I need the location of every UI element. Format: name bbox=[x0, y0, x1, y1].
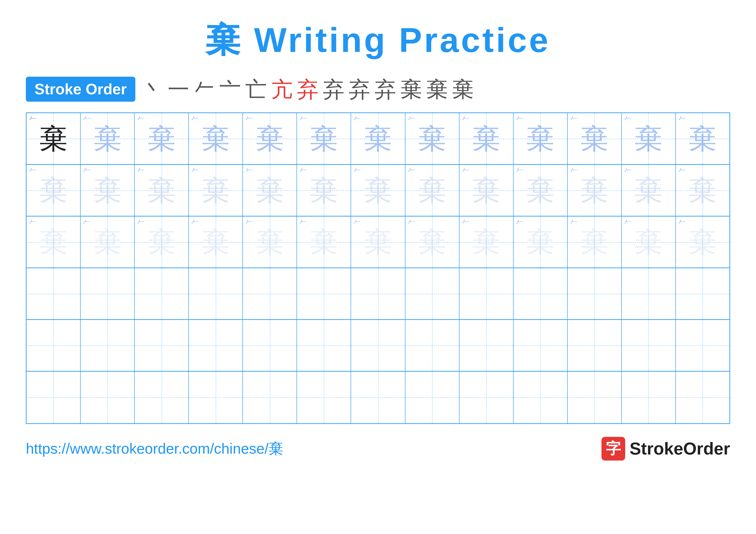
grid-cell-2-10[interactable]: 𠂉 棄 bbox=[514, 165, 568, 216]
grid-cell-5-13[interactable] bbox=[676, 320, 729, 371]
grid-cell-1-9[interactable]: 𠂉 棄 bbox=[459, 113, 514, 164]
grid-cell-6-2[interactable] bbox=[81, 371, 135, 423]
grid-cell-3-10[interactable]: 𠂉 棄 bbox=[514, 216, 568, 267]
grid-cell-2-7[interactable]: 𠂉 棄 bbox=[351, 165, 405, 216]
grid-cell-4-8[interactable] bbox=[405, 268, 459, 319]
stroke-step-13: 棄 bbox=[452, 78, 474, 100]
grid-cell-3-9[interactable]: 𠂉 棄 bbox=[459, 216, 514, 267]
title-text: Writing Practice bbox=[242, 21, 551, 59]
grid-cell-4-4[interactable] bbox=[189, 268, 243, 319]
title-char: 棄 bbox=[205, 21, 242, 59]
grid-cell-3-7[interactable]: 𠂉 棄 bbox=[351, 216, 405, 267]
stroke-step-3: 𠂉 bbox=[194, 78, 215, 100]
grid-cell-5-1[interactable] bbox=[27, 320, 81, 371]
grid-cell-5-10[interactable] bbox=[514, 320, 568, 371]
grid-cell-4-3[interactable] bbox=[135, 268, 189, 319]
grid-cell-2-5[interactable]: 𠂉 棄 bbox=[243, 165, 297, 216]
grid-cell-3-6[interactable]: 𠂉 棄 bbox=[297, 216, 351, 267]
grid-cell-4-7[interactable] bbox=[351, 268, 405, 319]
grid-cell-5-2[interactable] bbox=[81, 320, 135, 371]
grid-cell-1-10[interactable]: 𠂉 棄 bbox=[514, 113, 568, 164]
stroke-step-9: 弃 bbox=[349, 78, 370, 100]
grid-cell-4-5[interactable] bbox=[243, 268, 297, 319]
grid-cell-4-9[interactable] bbox=[459, 268, 514, 319]
grid-cell-6-4[interactable] bbox=[189, 371, 243, 423]
grid-cell-6-9[interactable] bbox=[459, 371, 514, 423]
grid-cell-6-1[interactable] bbox=[27, 371, 81, 423]
grid-cell-5-8[interactable] bbox=[405, 320, 459, 371]
page: 棄 Writing Practice Stroke Order 丶 一 𠂉 亠 … bbox=[0, 0, 756, 534]
grid-cell-3-3[interactable]: 𠂉 棄 bbox=[135, 216, 189, 267]
grid-cell-1-12[interactable]: 𠂉 棄 bbox=[622, 113, 676, 164]
grid-cell-4-13[interactable] bbox=[676, 268, 729, 319]
footer-url[interactable]: https://www.strokeorder.com/chinese/棄 bbox=[26, 439, 283, 459]
grid-cell-2-12[interactable]: 𠂉 棄 bbox=[622, 165, 676, 216]
stroke-step-11: 棄 bbox=[400, 78, 422, 100]
stroke-order-row: Stroke Order 丶 一 𠂉 亠 亡 亢 弃 弃 弃 弃 棄 棄 棄 bbox=[26, 77, 730, 102]
grid-cell-3-13[interactable]: 𠂉 棄 bbox=[676, 216, 729, 267]
grid-cell-3-11[interactable]: 𠂉 棄 bbox=[568, 216, 622, 267]
grid-cell-4-12[interactable] bbox=[622, 268, 676, 319]
grid-row-3: 𠂉 棄 𠂉 棄 𠂉 棄 𠂉 棄 bbox=[27, 216, 729, 268]
grid-cell-1-13[interactable]: 𠂉 棄 bbox=[676, 113, 729, 164]
stroke-step-2: 一 bbox=[168, 78, 189, 100]
stroke-step-5: 亡 bbox=[245, 78, 267, 100]
grid-cell-5-12[interactable] bbox=[622, 320, 676, 371]
grid-cell-4-11[interactable] bbox=[568, 268, 622, 319]
grid-cell-2-2[interactable]: 𠂉 棄 bbox=[81, 165, 135, 216]
grid-cell-6-7[interactable] bbox=[351, 371, 405, 423]
grid-cell-2-3[interactable]: 𠂉 棄 bbox=[135, 165, 189, 216]
grid-cell-1-1[interactable]: 𠂉 棄 bbox=[27, 113, 81, 164]
grid-cell-2-4[interactable]: 𠂉 棄 bbox=[189, 165, 243, 216]
grid-row-5 bbox=[27, 320, 729, 371]
grid-cell-6-3[interactable] bbox=[135, 371, 189, 423]
stroke-step-10: 弃 bbox=[375, 78, 396, 100]
grid-cell-2-8[interactable]: 𠂉 棄 bbox=[405, 165, 459, 216]
grid-cell-1-8[interactable]: 𠂉 棄 bbox=[405, 113, 459, 164]
grid-cell-5-5[interactable] bbox=[243, 320, 297, 371]
grid-cell-6-13[interactable] bbox=[676, 371, 729, 423]
grid-cell-1-5[interactable]: 𠂉 棄 bbox=[243, 113, 297, 164]
grid-cell-2-13[interactable]: 𠂉 棄 bbox=[676, 165, 729, 216]
grid-row-2: 𠂉 棄 𠂉 棄 𠂉 棄 𠂉 棄 bbox=[27, 165, 729, 216]
grid-cell-4-10[interactable] bbox=[514, 268, 568, 319]
grid-cell-4-6[interactable] bbox=[297, 268, 351, 319]
grid-cell-4-1[interactable] bbox=[27, 268, 81, 319]
grid-cell-5-9[interactable] bbox=[459, 320, 514, 371]
practice-grid: 𠂉 棄 𠂉 棄 𠂉 棄 𠂉 棄 bbox=[26, 113, 730, 424]
grid-cell-3-1[interactable]: 𠂉 棄 bbox=[27, 216, 81, 267]
grid-cell-6-11[interactable] bbox=[568, 371, 622, 423]
grid-cell-5-7[interactable] bbox=[351, 320, 405, 371]
logo-text: StrokeOrder bbox=[630, 439, 730, 459]
grid-cell-6-12[interactable] bbox=[622, 371, 676, 423]
grid-cell-3-4[interactable]: 𠂉 棄 bbox=[189, 216, 243, 267]
grid-cell-1-4[interactable]: 𠂉 棄 bbox=[189, 113, 243, 164]
grid-cell-1-2[interactable]: 𠂉 棄 bbox=[81, 113, 135, 164]
grid-cell-6-10[interactable] bbox=[514, 371, 568, 423]
grid-cell-3-2[interactable]: 𠂉 棄 bbox=[81, 216, 135, 267]
grid-cell-2-11[interactable]: 𠂉 棄 bbox=[568, 165, 622, 216]
stroke-step-4: 亠 bbox=[219, 78, 241, 100]
grid-cell-6-6[interactable] bbox=[297, 371, 351, 423]
grid-cell-3-12[interactable]: 𠂉 棄 bbox=[622, 216, 676, 267]
grid-cell-5-3[interactable] bbox=[135, 320, 189, 371]
grid-cell-1-7[interactable]: 𠂉 棄 bbox=[351, 113, 405, 164]
grid-cell-2-9[interactable]: 𠂉 棄 bbox=[459, 165, 514, 216]
grid-cell-5-11[interactable] bbox=[568, 320, 622, 371]
grid-row-4 bbox=[27, 268, 729, 320]
grid-cell-3-8[interactable]: 𠂉 棄 bbox=[405, 216, 459, 267]
grid-cell-5-4[interactable] bbox=[189, 320, 243, 371]
footer: https://www.strokeorder.com/chinese/棄 字 … bbox=[26, 437, 730, 461]
grid-cell-1-11[interactable]: 𠂉 棄 bbox=[568, 113, 622, 164]
grid-cell-2-6[interactable]: 𠂉 棄 bbox=[297, 165, 351, 216]
grid-cell-1-3[interactable]: 𠂉 棄 bbox=[135, 113, 189, 164]
grid-cell-6-8[interactable] bbox=[405, 371, 459, 423]
grid-cell-6-5[interactable] bbox=[243, 371, 297, 423]
grid-cell-3-5[interactable]: 𠂉 棄 bbox=[243, 216, 297, 267]
grid-cell-4-2[interactable] bbox=[81, 268, 135, 319]
stroke-order-badge: Stroke Order bbox=[26, 77, 135, 102]
grid-cell-1-6[interactable]: 𠂉 棄 bbox=[297, 113, 351, 164]
stroke-step-1: 丶 bbox=[142, 78, 163, 100]
grid-cell-2-1[interactable]: 𠂉 棄 bbox=[27, 165, 81, 216]
grid-cell-5-6[interactable] bbox=[297, 320, 351, 371]
